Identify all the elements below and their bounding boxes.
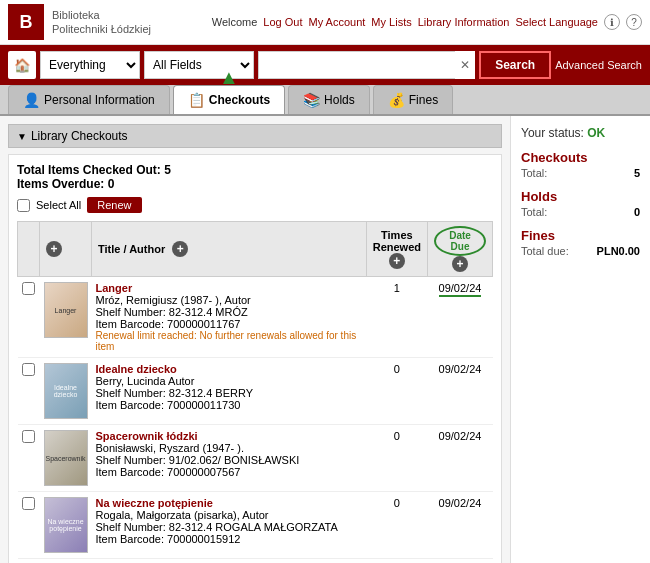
row-info-1: Langer Mróz, Remigiusz (1987- ), Autor S… — [92, 277, 367, 358]
row-info-4: Na wieczne potępienie Rogala, Małgorzata… — [92, 492, 367, 559]
row-check-4 — [18, 492, 40, 559]
item-author-4: Rogala, Małgorzata (pisarka), Autor — [96, 509, 363, 521]
logo-letter: B — [20, 12, 33, 33]
home-button[interactable]: 🏠 — [8, 51, 36, 79]
row-img-5: CPE — [40, 559, 92, 564]
tab-holds[interactable]: 📚 Holds — [288, 85, 370, 114]
search-scope-select[interactable]: Everything — [40, 51, 140, 79]
item-barcode-2: Item Barcode: 700000011730 — [96, 399, 363, 411]
library-info-link[interactable]: Library Information — [418, 16, 510, 28]
item-checkbox-1[interactable] — [22, 282, 35, 295]
tab-checkouts[interactable]: 📋 Checkouts ▲ — [173, 85, 285, 114]
overdue-label: Items Overdue: 0 — [17, 177, 114, 191]
row-renewed-4: 0 — [366, 492, 427, 559]
item-barcode-1: Item Barcode: 700000011767 — [96, 318, 363, 330]
col-check-header — [18, 222, 40, 277]
select-language-link[interactable]: Select Language — [515, 16, 598, 28]
item-title-1[interactable]: Langer — [96, 282, 363, 294]
renew-button-top[interactable]: Renew — [87, 197, 141, 213]
select-all-label-top: Select All — [36, 199, 81, 211]
sidebar-holds: Holds Total: 0 — [521, 189, 640, 218]
item-title-2[interactable]: Idealne dziecko — [96, 363, 363, 375]
fines-icon: 💰 — [388, 92, 405, 108]
add-title-icon[interactable]: + — [172, 241, 188, 257]
logo-line2: Politechniki Łódzkiej — [52, 22, 151, 36]
help-icon[interactable]: ? — [626, 14, 642, 30]
logout-link[interactable]: Log Out — [263, 16, 302, 28]
advanced-search-link[interactable]: Advanced Search — [555, 59, 642, 71]
personal-info-icon: 👤 — [23, 92, 40, 108]
section-content: Total Items Checked Out: 5 Items Overdue… — [8, 154, 502, 563]
row-due-3: 09/02/24 — [428, 425, 493, 492]
nav-links: Welcome Log Out My Account My Lists Libr… — [212, 14, 642, 30]
info-icon[interactable]: ℹ — [604, 14, 620, 30]
tab-personal-information[interactable]: 👤 Personal Information — [8, 85, 170, 114]
date-due-label: Date Due — [434, 226, 486, 256]
tab-fines-label: Fines — [409, 93, 438, 107]
clear-search-button[interactable]: ✕ — [455, 51, 475, 79]
my-lists-link[interactable]: My Lists — [371, 16, 411, 28]
table-row: Langer Langer Mróz, Remigiusz (1987- ), … — [18, 277, 493, 358]
item-checkbox-2[interactable] — [22, 363, 35, 376]
item-title-3[interactable]: Spacerownik łódzki — [96, 430, 363, 442]
row-info-3: Spacerownik łódzki Bonisławski, Ryszard … — [92, 425, 367, 492]
welcome-text: Welcome — [212, 16, 258, 28]
total-info: Total Items Checked Out: 5 Items Overdue… — [17, 163, 493, 191]
item-shelf-2: Shelf Number: 82-312.4 BERRY — [96, 387, 363, 399]
sidebar-fines-total-value: PLN0.00 — [597, 245, 640, 257]
book-thumbnail-1: Langer — [44, 282, 88, 338]
item-shelf-3: Shelf Number: 91/02.062/ BONISŁAWSKI — [96, 454, 363, 466]
item-checkbox-4[interactable] — [22, 497, 35, 510]
holds-icon: 📚 — [303, 92, 320, 108]
table-row: CPE CPE practice tests : four new tests … — [18, 559, 493, 564]
my-account-link[interactable]: My Account — [309, 16, 366, 28]
table-header-row: + Title / Author + Times Renewed + Date … — [18, 222, 493, 277]
total-value: 5 — [164, 163, 171, 177]
sidebar-fines: Fines Total due: PLN0.00 — [521, 228, 640, 257]
tab-fines[interactable]: 💰 Fines — [373, 85, 453, 114]
row-img-2: Idealne dziecko — [40, 358, 92, 425]
item-shelf-4: Shelf Number: 82-312.4 ROGALA MAŁGORZATA — [96, 521, 363, 533]
row-img-3: Spacerownik — [40, 425, 92, 492]
tab-checkouts-label: Checkouts — [209, 93, 270, 107]
add-renewed-icon[interactable]: + — [389, 253, 405, 269]
table-row: Na wieczne potępienie Na wieczne potępie… — [18, 492, 493, 559]
book-thumbnail-4: Na wieczne potępienie — [44, 497, 88, 553]
sidebar-status: Your status: OK — [521, 126, 640, 140]
item-checkbox-3[interactable] — [22, 430, 35, 443]
row-renewed-2: 0 — [366, 358, 427, 425]
add-due-icon[interactable]: + — [452, 256, 468, 272]
checkouts-arrow-icon: ▲ — [219, 66, 239, 89]
logo-area: B Biblioteka Politechniki Łódzkiej — [8, 4, 151, 40]
sidebar-checkouts-total-label: Total: — [521, 167, 547, 179]
item-title-4[interactable]: Na wieczne potępienie — [96, 497, 363, 509]
search-input[interactable] — [258, 51, 475, 79]
col-title-header: Title / Author + — [92, 222, 367, 277]
row-due-1: 09/02/24 — [428, 277, 493, 358]
overdue-value: 0 — [108, 177, 115, 191]
sidebar-holds-row: Total: 0 — [521, 206, 640, 218]
col-renewed-header: Times Renewed + — [366, 222, 427, 277]
search-button[interactable]: Search — [479, 51, 551, 79]
item-author-1: Mróz, Remigiusz (1987- ), Autor — [96, 294, 363, 306]
add-col-icon[interactable]: + — [46, 241, 62, 257]
main-wrapper: ▼ Library Checkouts Total Items Checked … — [0, 116, 650, 563]
renewal-warning-1: Renewal limit reached: No further renewa… — [96, 330, 363, 352]
item-shelf-1: Shelf Number: 82-312.4 MRÓZ — [96, 306, 363, 318]
times-renewed-label: Times Renewed — [373, 229, 421, 253]
book-thumbnail-3: Spacerownik — [44, 430, 88, 486]
items-table: + Title / Author + Times Renewed + Date … — [17, 221, 493, 563]
row-img-4: Na wieczne potępienie — [40, 492, 92, 559]
sidebar-checkouts-title: Checkouts — [521, 150, 640, 165]
sidebar-checkouts: Checkouts Total: 5 — [521, 150, 640, 179]
select-all-checkbox-top[interactable] — [17, 199, 30, 212]
sidebar-fines-total-label: Total due: — [521, 245, 569, 257]
row-img-1: Langer — [40, 277, 92, 358]
library-checkouts-header[interactable]: ▼ Library Checkouts — [8, 124, 502, 148]
row-check-2 — [18, 358, 40, 425]
total-label: Total Items Checked Out: 5 — [17, 163, 171, 177]
sidebar: Your status: OK Checkouts Total: 5 Holds… — [510, 116, 650, 563]
col-img-header: + — [40, 222, 92, 277]
row-check-5 — [18, 559, 40, 564]
content-area: ▼ Library Checkouts Total Items Checked … — [0, 116, 510, 563]
